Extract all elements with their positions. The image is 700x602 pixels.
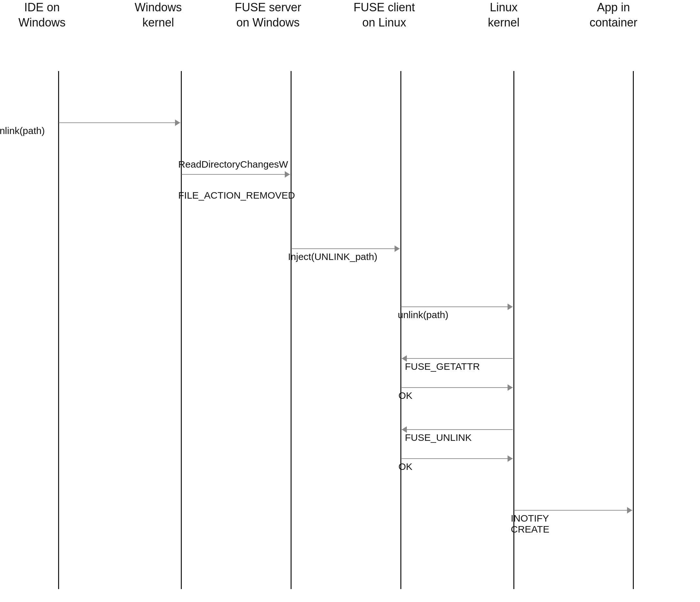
arrow-arrow10 [514,507,632,513]
arrow-label-arrow2: ReadDirectoryChangesW [178,159,288,170]
arrow-arrow2 [181,171,290,178]
arrow-label-arrow9: OK [398,461,412,472]
arrow-arrow4 [291,245,400,252]
actor-label-ide: IDE on Windows [0,0,84,30]
actor-label-fuseclient: FUSE client on Linux [342,0,426,30]
lifeline-fuseserver [291,71,292,589]
arrow-label-arrow3_label: FILE_ACTION_REMOVED [178,190,295,201]
actor-label-winkernel: Windows kernel [116,0,200,30]
arrow-label-arrow4: Inject(UNLINK_path) [288,251,377,262]
arrow-arrow9 [402,455,513,462]
sequence-diagram: IDE on WindowsWindows kernelFUSE server … [0,0,700,602]
actor-label-fuseserver: FUSE server on Windows [226,0,310,30]
arrow-label-arrow10: INOTIFY CREATE [511,513,549,535]
lifeline-appcontainer [633,71,634,589]
arrow-label-arrow8: FUSE_UNLINK [405,432,472,443]
arrow-label-arrow6: FUSE_GETATTR [405,361,480,372]
arrow-arrow6 [402,355,513,362]
arrow-label-arrow7: OK [398,390,412,401]
actor-label-linuxkernel: Linux kernel [462,0,546,30]
actor-label-appcontainer: App in container [572,0,655,30]
lifeline-ide [58,71,59,589]
arrow-label-arrow1: unlink(path) [0,125,45,136]
arrow-arrow8 [402,426,513,433]
arrow-label-arrow5: unlink(path) [398,309,448,320]
lifeline-fuseclient [400,71,401,589]
arrow-arrow5 [401,304,513,310]
arrow-arrow7 [402,384,513,391]
lifeline-winkernel [181,71,182,589]
arrow-arrow1 [59,120,180,126]
